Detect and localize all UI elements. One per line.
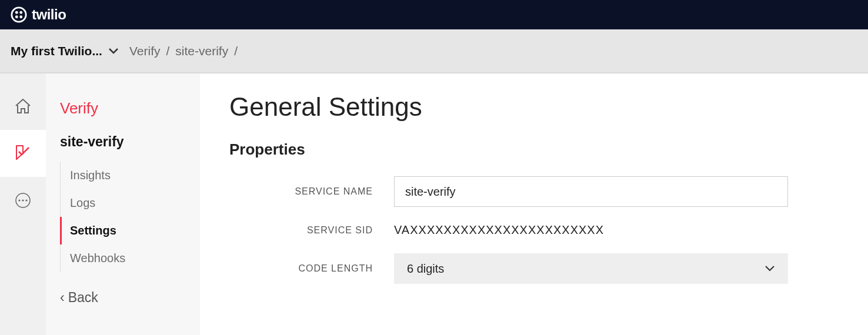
sidebar-back-link[interactable]: ‹ Back (46, 272, 200, 323)
sidebar-service-title[interactable]: site-verify (46, 134, 200, 162)
svg-point-7 (22, 199, 24, 201)
svg-point-6 (18, 199, 20, 201)
row-code-length: CODE LENGTH 6 digits (229, 253, 839, 284)
breadcrumb-separator: / (166, 44, 169, 58)
verify-button[interactable] (0, 130, 46, 177)
sidebar-nav: Insights Logs Settings Webhooks (60, 162, 200, 272)
label-code-length: CODE LENGTH (229, 263, 394, 274)
content: General Settings Properties SERVICE NAME… (200, 73, 868, 335)
sidebar: Verify site-verify Insights Logs Setting… (46, 73, 200, 335)
icon-rail (0, 73, 46, 335)
breadcrumb-trail: Verify / site-verify / (129, 44, 238, 58)
breadcrumb-separator: / (234, 44, 238, 58)
svg-point-1 (15, 11, 18, 14)
svg-point-4 (19, 15, 22, 18)
row-service-name: SERVICE NAME (229, 176, 839, 207)
input-service-name[interactable] (394, 176, 788, 207)
brand-name: twilio (32, 6, 66, 23)
account-switcher[interactable]: My first Twilio... (11, 44, 119, 58)
sidebar-item-logs[interactable]: Logs (61, 189, 200, 217)
svg-point-2 (19, 11, 22, 14)
sidebar-product-title[interactable]: Verify (46, 92, 200, 134)
chevron-down-icon (108, 48, 119, 55)
sidebar-item-insights[interactable]: Insights (61, 162, 200, 189)
breadcrumb-item[interactable]: site-verify (175, 44, 228, 58)
twilio-logo-icon (11, 6, 27, 23)
more-icon (14, 192, 32, 209)
account-name: My first Twilio... (11, 44, 102, 58)
select-code-length-value: 6 digits (407, 262, 444, 276)
twilio-logo[interactable]: twilio (11, 6, 66, 23)
select-code-length[interactable]: 6 digits (394, 253, 788, 284)
chevron-left-icon: ‹ (60, 290, 65, 306)
section-title: Properties (229, 140, 839, 159)
svg-point-0 (12, 8, 26, 22)
breadcrumb-item[interactable]: Verify (129, 44, 161, 58)
breadcrumb-bar: My first Twilio... Verify / site-verify … (0, 29, 868, 73)
verify-shield-icon (14, 144, 32, 163)
back-label: Back (68, 290, 98, 306)
sidebar-item-settings[interactable]: Settings (60, 217, 200, 244)
more-button[interactable] (0, 177, 46, 224)
row-service-sid: SERVICE SID VAXXXXXXXXXXXXXXXXXXXXXXX (229, 223, 839, 237)
svg-point-3 (15, 15, 18, 18)
label-service-name: SERVICE NAME (229, 186, 394, 197)
svg-point-8 (25, 199, 27, 201)
home-icon (14, 97, 32, 116)
value-service-sid: VAXXXXXXXXXXXXXXXXXXXXXXX (394, 223, 604, 237)
page-title: General Settings (229, 92, 839, 122)
home-button[interactable] (0, 83, 46, 130)
label-service-sid: SERVICE SID (229, 225, 394, 236)
sidebar-item-webhooks[interactable]: Webhooks (61, 244, 200, 272)
top-bar: twilio (0, 0, 868, 29)
chevron-down-icon (764, 265, 775, 272)
main-area: Verify site-verify Insights Logs Setting… (0, 73, 868, 335)
